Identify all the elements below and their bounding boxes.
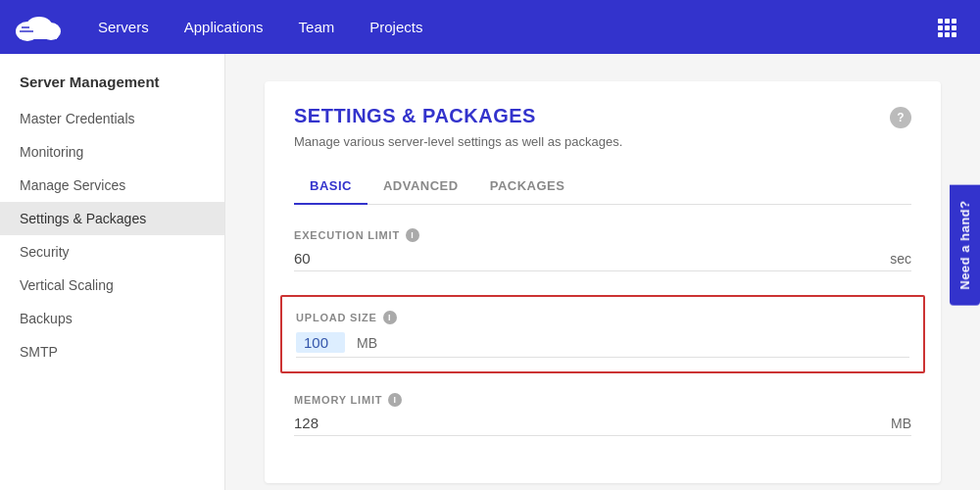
need-a-hand-button[interactable]: Need a hand? [950, 184, 980, 305]
sidebar-title: Server Management [0, 74, 224, 102]
sidebar-item-security[interactable]: Security [0, 235, 224, 269]
execution-limit-label: EXECUTION LIMIT i [294, 228, 911, 242]
logo[interactable] [16, 10, 61, 45]
content-card: SETTINGS & PACKAGES ? Manage various ser… [265, 81, 941, 483]
svg-rect-10 [945, 25, 950, 30]
sidebar-item-monitoring[interactable]: Monitoring [0, 135, 224, 169]
nav-team[interactable]: Team [281, 0, 353, 54]
execution-limit-info-icon[interactable]: i [406, 228, 419, 242]
execution-limit-row: 60 sec [294, 250, 911, 271]
upload-size-unit: MB [357, 335, 377, 351]
sidebar-item-manage-services[interactable]: Manage Services [0, 169, 224, 202]
upload-size-input[interactable]: 100 [296, 332, 345, 353]
nav-applications[interactable]: Applications [167, 0, 281, 54]
execution-limit-section: EXECUTION LIMIT i 60 sec [294, 228, 911, 271]
sidebar: Server Management Master Credentials Mon… [0, 54, 225, 490]
help-button[interactable]: ? [890, 107, 911, 128]
svg-rect-11 [952, 25, 956, 30]
memory-limit-info-icon[interactable]: i [388, 393, 402, 407]
memory-limit-value: 128 [294, 415, 879, 431]
sidebar-item-smtp[interactable]: SMTP [0, 335, 224, 368]
tabs: BASIC ADVANCED PACKAGES [294, 169, 911, 205]
memory-limit-label: MEMORY LIMIT i [294, 393, 911, 407]
sidebar-item-backups[interactable]: Backups [0, 302, 224, 335]
tab-basic[interactable]: BASIC [294, 169, 368, 205]
memory-limit-section: MEMORY LIMIT i 128 MB [294, 393, 911, 436]
card-subtitle: Manage various server-level settings as … [294, 134, 911, 149]
upload-size-row: 100 MB [296, 332, 909, 358]
tab-advanced[interactable]: ADVANCED [368, 169, 474, 205]
navbar: Servers Applications Team Projects [0, 0, 980, 54]
svg-rect-6 [938, 19, 943, 24]
card-header: SETTINGS & PACKAGES ? [294, 105, 911, 128]
tab-packages[interactable]: PACKAGES [474, 169, 581, 205]
svg-rect-13 [945, 32, 950, 37]
svg-rect-8 [952, 19, 956, 24]
card-title: SETTINGS & PACKAGES [294, 105, 536, 127]
svg-rect-14 [952, 32, 956, 37]
execution-limit-value: 60 [294, 250, 878, 267]
svg-rect-9 [938, 25, 943, 30]
sidebar-item-master-credentials[interactable]: Master Credentials [0, 102, 224, 135]
main-layout: Server Management Master Credentials Mon… [0, 54, 980, 490]
nav-links: Servers Applications Team Projects [80, 0, 440, 54]
sidebar-item-settings-packages[interactable]: Settings & Packages [0, 202, 224, 235]
svg-rect-7 [945, 19, 950, 24]
upload-size-info-icon[interactable]: i [383, 311, 397, 324]
execution-limit-unit: sec [890, 251, 911, 267]
content-area: SETTINGS & PACKAGES ? Manage various ser… [225, 54, 980, 490]
nav-servers[interactable]: Servers [80, 0, 167, 54]
memory-limit-row: 128 MB [294, 415, 911, 436]
sidebar-item-vertical-scaling[interactable]: Vertical Scaling [0, 269, 224, 302]
nav-projects[interactable]: Projects [352, 0, 440, 54]
svg-rect-12 [938, 32, 943, 37]
memory-limit-unit: MB [891, 416, 911, 431]
upload-size-label: UPLOAD SIZE i [296, 311, 909, 324]
upload-size-section: UPLOAD SIZE i 100 MB [280, 295, 925, 373]
grid-icon[interactable] [929, 18, 964, 37]
